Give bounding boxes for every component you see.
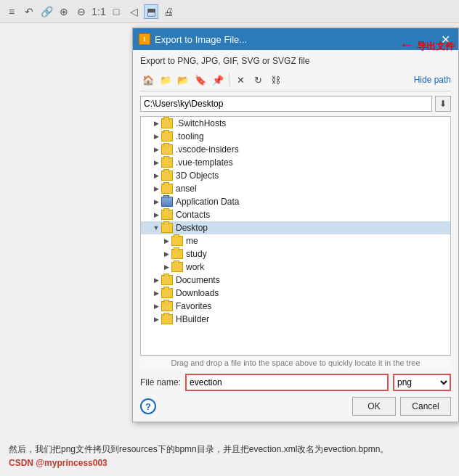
toolbar-icon-5[interactable]: ⊖ [74, 4, 89, 19]
item-label-hbuilder: HBuilder [176, 314, 209, 324]
tree-item[interactable]: ▶ 3D Objects [141, 169, 450, 182]
toolbar-icon-back[interactable]: ◁ [126, 4, 141, 19]
background-toolbar: ≡ ↶ 🔗 ⊕ ⊖ 1:1 □ ◁ ⬒ 🖨 [0, 0, 459, 23]
refresh-icon[interactable]: ↻ [250, 72, 266, 88]
tree-item[interactable]: ▶ ansel [141, 182, 450, 195]
new-folder-icon[interactable]: 📁 [158, 72, 174, 88]
tree-arrow: ▶ [161, 250, 171, 258]
tree-item[interactable]: ▶ Contacts [141, 208, 450, 221]
tree-item-study[interactable]: ▶ study [141, 247, 450, 260]
csdn-credit: CSDN @myprincess003 [9, 456, 450, 470]
bookmark-icon[interactable]: 🔖 [192, 72, 208, 88]
tree-item[interactable]: ▶ .vscode-insiders [141, 143, 450, 156]
tree-item-application-data[interactable]: ▶ Application Data [141, 195, 450, 208]
tree-arrow: ▶ [151, 211, 161, 218]
folder-icon [161, 210, 173, 220]
tree-item-me[interactable]: ▶ me [141, 234, 450, 247]
dialog-title-text: Export to Image File... [155, 34, 247, 45]
toolbar-icon-2[interactable]: ↶ [22, 4, 36, 19]
pin-icon[interactable]: 📌 [210, 72, 226, 88]
tree-arrow: ▼ [151, 224, 161, 231]
item-label-documents: Documents [176, 275, 220, 285]
dialog-subtitle: Export to PNG, JPG, GIF, SVG or SVGZ fil… [140, 56, 451, 66]
tree-item-hbuilder[interactable]: ▶ HBuilder [141, 313, 450, 326]
item-label-me: me [186, 236, 198, 246]
tree-item[interactable]: ▶ .tooling [141, 130, 450, 143]
item-label-desktop: Desktop [176, 223, 208, 233]
path-bar: ⬇ [140, 96, 451, 112]
tree-arrow: ▶ [151, 120, 161, 127]
link-icon[interactable]: ⛓ [267, 72, 283, 88]
item-label: .tooling [176, 131, 204, 141]
tree-item-documents[interactable]: ▶ Documents [141, 274, 450, 287]
help-button[interactable]: ? [140, 398, 156, 414]
folder-icon-btn[interactable]: 📂 [175, 72, 191, 88]
toolbar-icon-4[interactable]: ⊕ [57, 4, 71, 19]
folder-icon [161, 301, 173, 311]
tree-arrow: ▶ [161, 263, 171, 271]
tree-arrow: ▶ [151, 276, 161, 284]
item-label: .vue-templates [176, 157, 233, 168]
folder-icon [161, 157, 173, 168]
tree-arrow: ▶ [161, 237, 171, 245]
path-input[interactable] [140, 96, 432, 112]
bottom-line1: 然后，我们把png文件拷贝到resources下的bpmn目录，并且把evect… [9, 443, 450, 456]
tree-arrow: ▶ [151, 159, 161, 166]
item-label: ansel [176, 184, 197, 194]
filename-label: File name: [140, 377, 181, 387]
file-tree[interactable]: ▶ .SwitchHosts ▶ .tooling ▶ .vscode-insi… [140, 116, 451, 356]
toolbar-icon-1[interactable]: ≡ [4, 4, 19, 19]
file-toolbar: 🏠 📁 📂 🔖 📌 ✕ ↻ ⛓ Hide path [140, 72, 451, 91]
folder-icon [161, 184, 173, 194]
tree-arrow: ▶ [151, 316, 161, 323]
folder-icon [161, 275, 173, 285]
folder-icon [161, 118, 173, 128]
folder-icon [161, 131, 173, 141]
item-label-study: study [186, 249, 207, 259]
toolbar-icon-export[interactable]: ⬒ [144, 4, 158, 19]
tree-item-desktop[interactable]: ▼ Desktop [141, 221, 450, 234]
tree-arrow: ▶ [151, 172, 161, 179]
folder-icon [161, 288, 173, 298]
tree-arrow: ▶ [151, 290, 161, 297]
path-goto-button[interactable]: ⬇ [435, 96, 451, 112]
button-row: ? OK Cancel [140, 397, 451, 416]
ok-button[interactable]: OK [352, 397, 396, 416]
tree-item-favorites[interactable]: ▶ Favorites [141, 300, 450, 313]
tree-arrow: ▶ [151, 303, 161, 310]
home-icon[interactable]: 🏠 [140, 72, 156, 88]
folder-icon [171, 249, 183, 259]
tree-item-work[interactable]: ▶ work [141, 260, 450, 274]
tree-arrow: ▶ [151, 133, 161, 140]
item-label: .SwitchHosts [176, 118, 226, 128]
toolbar-icon-frame[interactable]: □ [109, 4, 123, 19]
folder-icon [171, 262, 183, 272]
tree-item-downloads[interactable]: ▶ Downloads [141, 287, 450, 300]
annotation-export-file: ← 导出文件 [399, 36, 455, 53]
item-label-work: work [186, 262, 204, 272]
item-label-application-data: Application Data [176, 197, 239, 207]
delete-icon[interactable]: ✕ [232, 72, 248, 88]
item-label: 3D Objects [176, 171, 219, 181]
toolbar-icon-zoom[interactable]: 1:1 [92, 4, 106, 19]
bottom-form: File name: png jpg gif svg svgz [140, 374, 451, 391]
filetype-select[interactable]: png jpg gif svg svgz [393, 374, 451, 391]
bottom-text-area: 然后，我们把png文件拷贝到resources下的bpmn目录，并且把evect… [0, 437, 459, 476]
toolbar-icon-3[interactable]: 🔗 [39, 4, 54, 19]
tree-item[interactable]: ▶ .vue-templates [141, 156, 450, 169]
folder-icon [161, 223, 173, 233]
hide-path-link[interactable]: Hide path [414, 75, 451, 85]
item-label-downloads: Downloads [176, 288, 219, 298]
folder-icon [161, 314, 173, 324]
folder-icon [161, 171, 173, 181]
cancel-button[interactable]: Cancel [400, 397, 451, 416]
tree-item[interactable]: ▶ .SwitchHosts [141, 117, 450, 130]
folder-icon-special [161, 197, 173, 207]
dialog-app-icon: I [139, 33, 150, 45]
toolbar-icon-print[interactable]: 🖨 [161, 4, 176, 19]
item-label: .vscode-insiders [176, 144, 239, 155]
filename-input[interactable] [185, 374, 389, 391]
drag-hint: Drag and drop a file into the space abov… [140, 356, 451, 369]
dialog-body: Export to PNG, JPG, GIF, SVG or SVGZ fil… [133, 50, 458, 422]
item-label: Contacts [176, 210, 210, 220]
